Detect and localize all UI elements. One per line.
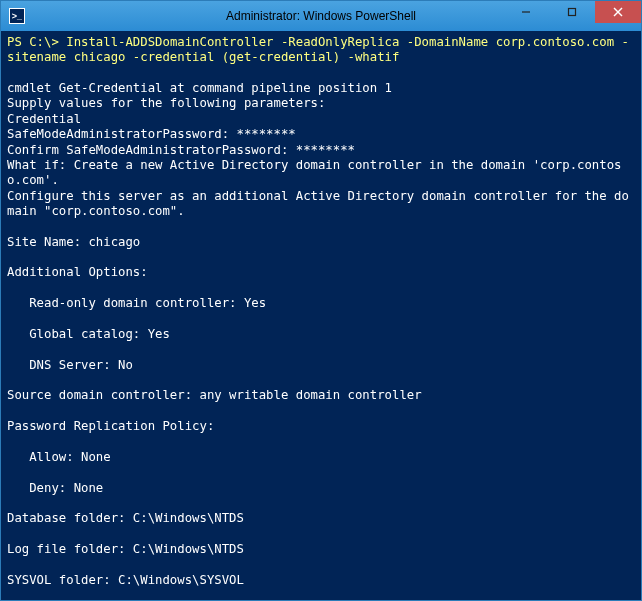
output-line: What if: Create a new Active Directory d… [7,158,635,189]
maximize-button[interactable] [549,1,595,23]
maximize-icon [567,7,577,17]
output-line: Site Name: chicago [7,235,635,250]
output-line: Confirm SafeModeAdministratorPassword: *… [7,143,635,158]
output-line: Configure this server as an additional A… [7,189,635,220]
ps-prompt: PS C:\> [7,35,59,49]
blank-line [7,312,635,327]
output-line: Deny: None [7,481,635,496]
command-line: PS C:\> Install-ADDSDomainController -Re… [7,35,635,66]
blank-line [7,404,635,419]
terminal-pane[interactable]: PS C:\> Install-ADDSDomainController -Re… [1,31,641,601]
command-text: Install-ADDSDomainController -ReadOnlyRe… [7,35,629,64]
blank-line [7,250,635,265]
output-line: Supply values for the following paramete… [7,96,635,111]
minimize-button[interactable] [503,1,549,23]
output-line: Credential [7,112,635,127]
window-controls [503,1,641,23]
window-titlebar[interactable]: >_ Administrator: Windows PowerShell [1,1,641,31]
output-line: SYSVOL folder: C:\Windows\SYSVOL [7,573,635,588]
svg-rect-1 [569,9,576,16]
blank-line [7,281,635,296]
output-line: Allow: None [7,450,635,465]
minimize-icon [521,7,531,17]
window-title: Administrator: Windows PowerShell [226,9,416,23]
output-line: Read-only domain controller: Yes [7,296,635,311]
blank-line [7,219,635,234]
blank-line [7,496,635,511]
output-line: Global catalog: Yes [7,327,635,342]
powershell-icon: >_ [9,8,25,24]
blank-line [7,527,635,542]
output-line: Password Replication Policy: [7,419,635,434]
output-line: Log file folder: C:\Windows\NTDS [7,542,635,557]
blank-line [7,66,635,81]
blank-line [7,588,635,601]
blank-line [7,373,635,388]
blank-line [7,342,635,357]
close-button[interactable] [595,1,641,23]
blank-line [7,434,635,449]
output-line: DNS Server: No [7,358,635,373]
output-line: cmdlet Get-Credential at command pipelin… [7,81,635,96]
output-line: Database folder: C:\Windows\NTDS [7,511,635,526]
output-line: Source domain controller: any writable d… [7,388,635,403]
output-line: Additional Options: [7,265,635,280]
blank-line [7,465,635,480]
close-icon [613,7,623,17]
output-line: SafeModeAdministratorPassword: ******** [7,127,635,142]
blank-line [7,557,635,572]
